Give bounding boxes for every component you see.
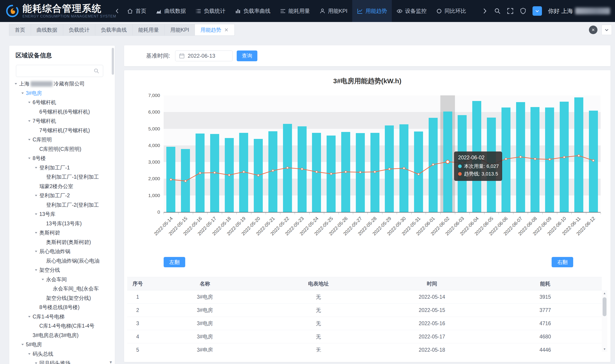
caret-down-icon[interactable] (26, 315, 33, 319)
caret-down-icon[interactable] (26, 101, 33, 104)
axis-tick (237, 212, 237, 214)
fullscreen-icon[interactable] (507, 8, 514, 14)
tree-node[interactable]: 登利加工厂-2(登利加工 (9, 200, 115, 210)
tree-node[interactable]: 8号楼总线(8号楼) (9, 303, 115, 312)
tree-node[interactable]: 7号螺杆机(7号螺杆机) (9, 126, 115, 135)
tree-search-input[interactable] (20, 68, 94, 74)
close-all-tabs-button[interactable] (589, 26, 598, 34)
tree-node[interactable]: C库照明 (9, 135, 115, 144)
table-scrollbar[interactable]: ▲ ▼ (602, 290, 607, 352)
tree-node[interactable]: 架空分线 (9, 265, 115, 275)
tree-node[interactable]: 8号楼 (9, 154, 115, 163)
caret-down-icon[interactable] (33, 212, 39, 216)
nav-item-load-stats[interactable]: 负载统计 (191, 0, 230, 22)
tab-close-icon[interactable] (224, 27, 229, 32)
nav-item-energy-trend[interactable]: 用能趋势 (352, 0, 392, 22)
tree-node[interactable]: 码头总线 (9, 350, 115, 359)
tab-energy-kpi[interactable]: 用能KPI (165, 24, 195, 36)
nav-item-energy-kpi[interactable]: 用能KPI (315, 0, 352, 22)
scroll-down-icon[interactable]: ▼ (602, 346, 607, 352)
caret-down-icon[interactable] (33, 249, 39, 253)
tree-node[interactable]: 瑞蒙2楼办公室 (9, 182, 115, 191)
tree-node[interactable]: 13号库 (9, 210, 115, 219)
caret-down-icon[interactable] (33, 194, 39, 197)
tree-node[interactable]: 奥斯柯碧(奥斯柯碧) (9, 238, 115, 247)
tree-scrollbar-thumb[interactable] (112, 48, 114, 75)
tree-scroll-down-icon[interactable]: ▼ (109, 360, 113, 364)
user-greeting[interactable]: 你好 上海 (548, 7, 610, 15)
page-left-button[interactable]: 左翻 (164, 257, 185, 267)
nav-item-curve-data[interactable]: 曲线数据 (151, 0, 191, 22)
energy-trend-chart[interactable]: 01,0002,0003,0004,0005,0006,0007,0002022… (164, 95, 601, 212)
caret-down-icon[interactable] (19, 343, 26, 347)
search-icon[interactable] (94, 68, 99, 74)
tab-load-stats[interactable]: 负载统计 (63, 24, 95, 36)
query-bar: 基准时间: 2022-06-13 查询 (124, 45, 611, 66)
caret-down-icon[interactable] (33, 268, 39, 272)
caret-down-icon[interactable] (33, 166, 39, 170)
nav-item-yoy-mom[interactable]: 同比环比 (431, 0, 471, 22)
user-icon (320, 8, 325, 14)
tree-node[interactable]: 6号螺杆机(6号螺杆机) (9, 107, 115, 117)
table-row[interactable]: 33#电房无2022-05-164716 (127, 317, 602, 330)
caret-down-icon[interactable] (26, 156, 33, 160)
table-row[interactable]: 53#电房无2022-05-184446 (127, 343, 602, 352)
tree-node[interactable]: 辰心电油炸锅 (9, 247, 115, 256)
tab-energy-trend[interactable]: 用能趋势 (195, 24, 235, 36)
caret-down-icon[interactable] (33, 231, 39, 235)
axis-tick (484, 212, 484, 214)
nav-item-load-rate-curve[interactable]: 负载率曲线 (230, 0, 275, 22)
caret-down-icon[interactable] (26, 352, 33, 356)
search-icon[interactable] (494, 8, 501, 14)
tree-node[interactable]: 奥斯柯碧 (9, 228, 115, 238)
nav-scroll-left-icon[interactable] (112, 0, 122, 22)
tab-options-button[interactable] (601, 25, 612, 35)
tree-node[interactable]: 永会车间 (9, 275, 115, 284)
tree-node[interactable]: 3#电房 (9, 89, 115, 98)
caret-down-icon[interactable] (12, 82, 19, 86)
caret-down-icon[interactable] (33, 361, 39, 364)
tree-node[interactable]: C库1-4号电梯(C库1-4号 (9, 321, 115, 331)
page-right-button[interactable]: 右翻 (552, 257, 573, 267)
tree-node-label: 3#电房总表(3#电房) (33, 332, 78, 339)
table-row[interactable]: 43#电房无2022-05-174680 (127, 330, 602, 343)
tree-node[interactable]: 3#电房总表(3#电房) (9, 331, 115, 340)
tree-node[interactable]: 7号螺杆机 (9, 117, 115, 126)
tree-scrollbar[interactable] (112, 47, 114, 357)
table-row[interactable]: 23#电房无2022-05-153777 (127, 304, 602, 317)
shield-icon[interactable] (520, 8, 526, 14)
tree-node[interactable]: 上海冷藏有限公司 (9, 79, 115, 89)
tab-home[interactable]: 首页 (9, 24, 31, 36)
tree-node[interactable]: 13号库(13号库) (9, 219, 115, 228)
tree-node[interactable]: 登利加工厂-1 (9, 163, 115, 173)
nav-scroll-right-icon[interactable] (481, 8, 488, 14)
tab-curve-data[interactable]: 曲线数据 (31, 24, 63, 36)
caret-down-icon[interactable] (26, 119, 33, 123)
tree-node[interactable]: C库照明(C库照明) (9, 144, 115, 154)
table-row[interactable]: 13#电房无2022-05-143915 (127, 290, 602, 304)
caret-down-icon[interactable] (39, 278, 46, 281)
tab-load-rate-curve[interactable]: 负载率曲线 (95, 24, 133, 36)
tree-node[interactable]: 登利加工厂-2 (9, 191, 115, 200)
tab-energy-usage[interactable]: 能耗用量 (132, 24, 165, 36)
user-dropdown-button[interactable] (532, 6, 542, 16)
tree-node[interactable]: 6号螺杆机 (9, 98, 115, 107)
column-header: 时间 (375, 277, 489, 290)
device-tree: 上海冷藏有限公司3#电房6号螺杆机6号螺杆机(6号螺杆机)7号螺杆机7号螺杆机(… (9, 79, 115, 364)
tree-node[interactable]: 永会车间_电(永会车 (9, 284, 115, 294)
tree-node[interactable]: 5#电房 (9, 340, 115, 350)
base-date-input[interactable]: 2022-06-13 (175, 51, 233, 61)
tree-node[interactable]: C库1-4号电梯 (9, 312, 115, 322)
table-scrollbar-thumb[interactable] (603, 297, 606, 316)
nav-item-home[interactable]: 首页 (122, 0, 151, 22)
caret-down-icon[interactable] (26, 138, 33, 142)
tree-node[interactable]: 辰心电油炸锅(辰心电油 (9, 256, 115, 266)
tree-node[interactable]: 登利加工厂-1(登利加工 (9, 172, 115, 182)
nav-item-energy-usage[interactable]: 能耗用量 (275, 0, 315, 22)
tree-node[interactable]: 架空分线(架空分线) (9, 294, 115, 303)
tree-node[interactable]: 同月码头堆场 (9, 359, 115, 364)
nav-item-device-monitor[interactable]: 设备监控 (392, 0, 431, 22)
query-button[interactable]: 查询 (237, 51, 257, 61)
scroll-up-icon[interactable]: ▲ (602, 290, 607, 296)
caret-down-icon[interactable] (19, 91, 26, 95)
